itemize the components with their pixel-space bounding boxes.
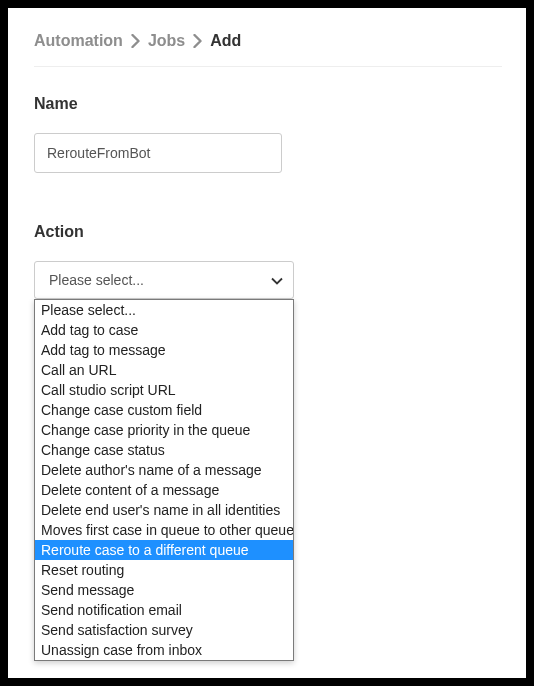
action-option[interactable]: Reset routing <box>35 560 293 580</box>
chevron-down-icon <box>271 272 283 288</box>
action-option[interactable]: Call an URL <box>35 360 293 380</box>
action-select-placeholder: Please select... <box>49 272 144 288</box>
action-option[interactable]: Add tag to case <box>35 320 293 340</box>
breadcrumb-item-automation[interactable]: Automation <box>34 32 123 50</box>
action-option[interactable]: Send message <box>35 580 293 600</box>
action-option[interactable]: Add tag to message <box>35 340 293 360</box>
action-label: Action <box>34 223 502 241</box>
action-option[interactable]: Delete end user's name in all identities <box>35 500 293 520</box>
action-option[interactable]: Unassign case from inbox <box>35 640 293 660</box>
action-option[interactable]: Send satisfaction survey <box>35 620 293 640</box>
breadcrumb: Automation Jobs Add <box>34 32 502 67</box>
action-option[interactable]: Send notification email <box>35 600 293 620</box>
action-option[interactable]: Delete content of a message <box>35 480 293 500</box>
chevron-right-icon <box>193 34 202 48</box>
action-option[interactable]: Delete author's name of a message <box>35 460 293 480</box>
action-option[interactable]: Moves first case in queue to other queue <box>35 520 293 540</box>
page-container: Automation Jobs Add Name Action Please s… <box>8 8 526 678</box>
action-option[interactable]: Please select... <box>35 300 293 320</box>
breadcrumb-item-jobs[interactable]: Jobs <box>148 32 185 50</box>
action-option[interactable]: Call studio script URL <box>35 380 293 400</box>
name-input[interactable] <box>34 133 282 173</box>
action-option[interactable]: Change case custom field <box>35 400 293 420</box>
name-label: Name <box>34 95 502 113</box>
action-dropdown: Please select...Add tag to caseAdd tag t… <box>34 299 294 661</box>
action-option[interactable]: Change case priority in the queue <box>35 420 293 440</box>
chevron-right-icon <box>131 34 140 48</box>
action-select[interactable]: Please select... <box>34 261 294 299</box>
breadcrumb-item-add: Add <box>210 32 241 50</box>
action-option[interactable]: Change case status <box>35 440 293 460</box>
action-option[interactable]: Reroute case to a different queue <box>35 540 293 560</box>
action-select-wrap: Please select... Please select...Add tag… <box>34 261 294 299</box>
